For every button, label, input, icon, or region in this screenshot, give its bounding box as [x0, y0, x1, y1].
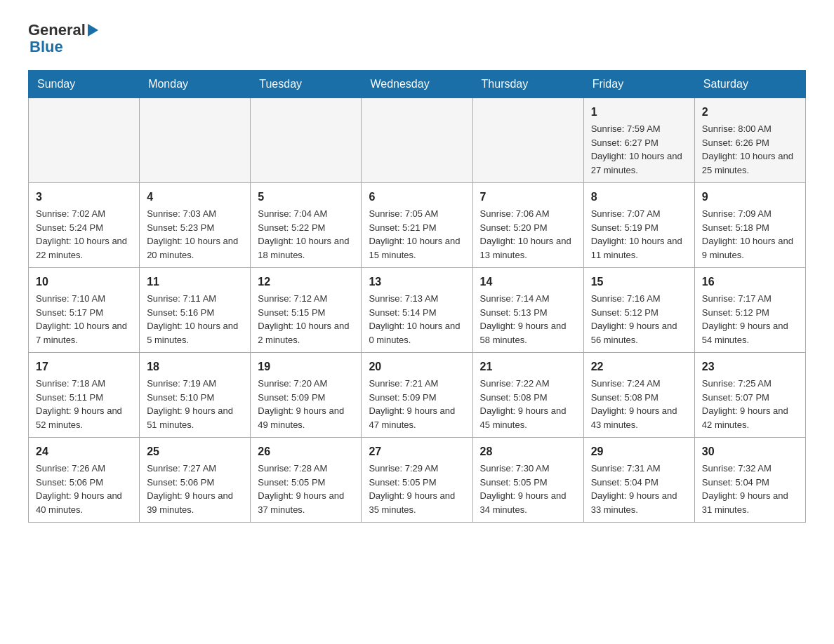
- day-number: 7: [480, 189, 576, 206]
- day-info: Sunrise: 7:02 AMSunset: 5:24 PMDaylight:…: [36, 207, 132, 262]
- day-number: 1: [591, 104, 687, 121]
- calendar-cell: 27Sunrise: 7:29 AMSunset: 5:05 PMDayligh…: [362, 438, 472, 523]
- calendar-cell: 16Sunrise: 7:17 AMSunset: 5:12 PMDayligh…: [694, 268, 805, 353]
- day-number: 29: [591, 443, 687, 460]
- calendar-cell: 19Sunrise: 7:20 AMSunset: 5:09 PMDayligh…: [251, 353, 362, 438]
- page-header: General Blue: [28, 21, 806, 56]
- day-info: Sunrise: 7:18 AMSunset: 5:11 PMDaylight:…: [36, 377, 132, 431]
- day-number: 21: [480, 358, 576, 375]
- weekday-header-saturday: Saturday: [694, 71, 805, 98]
- calendar-cell: 12Sunrise: 7:12 AMSunset: 5:15 PMDayligh…: [251, 268, 362, 353]
- calendar-week-row: 10Sunrise: 7:10 AMSunset: 5:17 PMDayligh…: [29, 268, 806, 353]
- day-info: Sunrise: 7:31 AMSunset: 5:04 PMDaylight:…: [591, 462, 687, 516]
- calendar-cell: 8Sunrise: 7:07 AMSunset: 5:19 PMDaylight…: [583, 183, 694, 268]
- day-number: 20: [369, 358, 465, 375]
- day-number: 5: [258, 189, 354, 206]
- calendar-cell: [29, 98, 140, 183]
- calendar-cell: 22Sunrise: 7:24 AMSunset: 5:08 PMDayligh…: [583, 353, 694, 438]
- calendar-cell: 4Sunrise: 7:03 AMSunset: 5:23 PMDaylight…: [140, 183, 251, 268]
- day-info: Sunrise: 7:11 AMSunset: 5:16 PMDaylight:…: [147, 292, 243, 347]
- calendar-cell: 29Sunrise: 7:31 AMSunset: 5:04 PMDayligh…: [583, 438, 694, 523]
- calendar-cell: 26Sunrise: 7:28 AMSunset: 5:05 PMDayligh…: [251, 438, 362, 523]
- day-number: 15: [591, 274, 687, 290]
- calendar-cell: 23Sunrise: 7:25 AMSunset: 5:07 PMDayligh…: [694, 353, 805, 438]
- calendar-cell: 24Sunrise: 7:26 AMSunset: 5:06 PMDayligh…: [29, 438, 140, 523]
- day-info: Sunrise: 7:06 AMSunset: 5:20 PMDaylight:…: [480, 207, 576, 262]
- day-number: 28: [480, 443, 576, 460]
- day-info: Sunrise: 7:12 AMSunset: 5:15 PMDaylight:…: [258, 292, 354, 347]
- calendar-cell: 10Sunrise: 7:10 AMSunset: 5:17 PMDayligh…: [29, 268, 140, 353]
- day-number: 8: [591, 189, 687, 206]
- calendar-week-row: 24Sunrise: 7:26 AMSunset: 5:06 PMDayligh…: [29, 438, 806, 523]
- weekday-header-tuesday: Tuesday: [251, 71, 362, 98]
- weekday-header-row: SundayMondayTuesdayWednesdayThursdayFrid…: [29, 71, 806, 98]
- calendar-cell: 14Sunrise: 7:14 AMSunset: 5:13 PMDayligh…: [472, 268, 583, 353]
- day-info: Sunrise: 7:26 AMSunset: 5:06 PMDaylight:…: [36, 462, 132, 516]
- weekday-header-wednesday: Wednesday: [362, 71, 472, 98]
- day-info: Sunrise: 7:13 AMSunset: 5:14 PMDaylight:…: [369, 292, 465, 347]
- calendar-cell: 1Sunrise: 7:59 AMSunset: 6:27 PMDaylight…: [583, 98, 694, 183]
- day-info: Sunrise: 7:21 AMSunset: 5:09 PMDaylight:…: [369, 377, 465, 431]
- day-number: 25: [147, 443, 243, 460]
- day-number: 3: [36, 189, 132, 206]
- day-number: 26: [258, 443, 354, 460]
- day-info: Sunrise: 7:10 AMSunset: 5:17 PMDaylight:…: [36, 292, 132, 347]
- calendar-cell: 25Sunrise: 7:27 AMSunset: 5:06 PMDayligh…: [140, 438, 251, 523]
- day-number: 9: [702, 189, 798, 206]
- day-info: Sunrise: 7:27 AMSunset: 5:06 PMDaylight:…: [147, 462, 243, 516]
- calendar-cell: 28Sunrise: 7:30 AMSunset: 5:05 PMDayligh…: [472, 438, 583, 523]
- day-info: Sunrise: 8:00 AMSunset: 6:26 PMDaylight:…: [702, 122, 798, 177]
- day-number: 18: [147, 358, 243, 375]
- calendar-cell: [140, 98, 251, 183]
- day-info: Sunrise: 7:20 AMSunset: 5:09 PMDaylight:…: [258, 377, 354, 431]
- day-info: Sunrise: 7:22 AMSunset: 5:08 PMDaylight:…: [480, 377, 576, 431]
- day-number: 4: [147, 189, 243, 206]
- day-info: Sunrise: 7:09 AMSunset: 5:18 PMDaylight:…: [702, 207, 798, 262]
- day-info: Sunrise: 7:16 AMSunset: 5:12 PMDaylight:…: [591, 292, 687, 347]
- logo-general-text: General: [28, 21, 86, 39]
- day-number: 17: [36, 358, 132, 375]
- calendar-cell: 7Sunrise: 7:06 AMSunset: 5:20 PMDaylight…: [472, 183, 583, 268]
- day-info: Sunrise: 7:59 AMSunset: 6:27 PMDaylight:…: [591, 122, 687, 177]
- day-number: 16: [702, 274, 798, 290]
- day-number: 2: [702, 104, 798, 121]
- calendar-cell: [472, 98, 583, 183]
- calendar-cell: 2Sunrise: 8:00 AMSunset: 6:26 PMDaylight…: [694, 98, 805, 183]
- day-number: 19: [258, 358, 354, 375]
- day-info: Sunrise: 7:19 AMSunset: 5:10 PMDaylight:…: [147, 377, 243, 431]
- calendar-cell: 9Sunrise: 7:09 AMSunset: 5:18 PMDaylight…: [694, 183, 805, 268]
- calendar-cell: 15Sunrise: 7:16 AMSunset: 5:12 PMDayligh…: [583, 268, 694, 353]
- day-info: Sunrise: 7:14 AMSunset: 5:13 PMDaylight:…: [480, 292, 576, 347]
- day-info: Sunrise: 7:32 AMSunset: 5:04 PMDaylight:…: [702, 462, 798, 516]
- calendar-cell: 13Sunrise: 7:13 AMSunset: 5:14 PMDayligh…: [362, 268, 472, 353]
- day-info: Sunrise: 7:30 AMSunset: 5:05 PMDaylight:…: [480, 462, 576, 516]
- calendar-cell: 21Sunrise: 7:22 AMSunset: 5:08 PMDayligh…: [472, 353, 583, 438]
- day-info: Sunrise: 7:05 AMSunset: 5:21 PMDaylight:…: [369, 207, 465, 262]
- calendar-cell: 6Sunrise: 7:05 AMSunset: 5:21 PMDaylight…: [362, 183, 472, 268]
- calendar-week-row: 17Sunrise: 7:18 AMSunset: 5:11 PMDayligh…: [29, 353, 806, 438]
- day-number: 14: [480, 274, 576, 290]
- calendar-cell: 3Sunrise: 7:02 AMSunset: 5:24 PMDaylight…: [29, 183, 140, 268]
- weekday-header-friday: Friday: [583, 71, 694, 98]
- day-number: 13: [369, 274, 465, 290]
- day-number: 10: [36, 274, 132, 290]
- calendar-cell: 18Sunrise: 7:19 AMSunset: 5:10 PMDayligh…: [140, 353, 251, 438]
- day-number: 27: [369, 443, 465, 460]
- day-info: Sunrise: 7:25 AMSunset: 5:07 PMDaylight:…: [702, 377, 798, 431]
- calendar-cell: 20Sunrise: 7:21 AMSunset: 5:09 PMDayligh…: [362, 353, 472, 438]
- calendar-cell: 11Sunrise: 7:11 AMSunset: 5:16 PMDayligh…: [140, 268, 251, 353]
- day-number: 11: [147, 274, 243, 290]
- weekday-header-thursday: Thursday: [472, 71, 583, 98]
- calendar-week-row: 3Sunrise: 7:02 AMSunset: 5:24 PMDaylight…: [29, 183, 806, 268]
- calendar-cell: 17Sunrise: 7:18 AMSunset: 5:11 PMDayligh…: [29, 353, 140, 438]
- weekday-header-monday: Monday: [140, 71, 251, 98]
- day-number: 23: [702, 358, 798, 375]
- day-info: Sunrise: 7:17 AMSunset: 5:12 PMDaylight:…: [702, 292, 798, 347]
- day-info: Sunrise: 7:04 AMSunset: 5:22 PMDaylight:…: [258, 207, 354, 262]
- calendar-week-row: 1Sunrise: 7:59 AMSunset: 6:27 PMDaylight…: [29, 98, 806, 183]
- day-info: Sunrise: 7:03 AMSunset: 5:23 PMDaylight:…: [147, 207, 243, 262]
- logo: General Blue: [28, 21, 99, 56]
- calendar-table: SundayMondayTuesdayWednesdayThursdayFrid…: [28, 70, 806, 523]
- day-info: Sunrise: 7:07 AMSunset: 5:19 PMDaylight:…: [591, 207, 687, 262]
- day-number: 12: [258, 274, 354, 290]
